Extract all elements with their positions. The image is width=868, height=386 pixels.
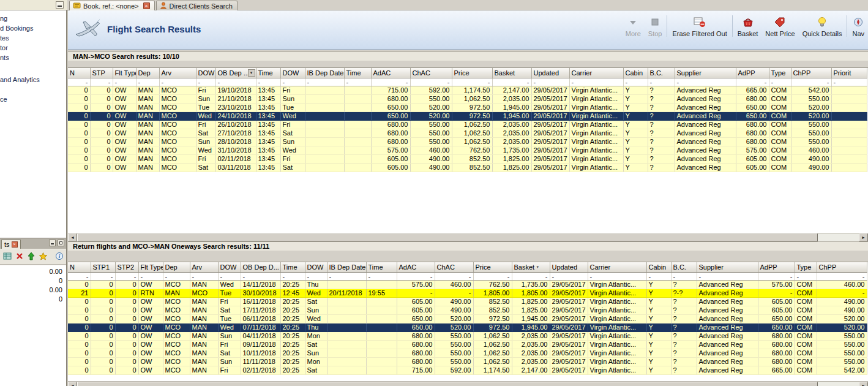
filter-cell[interactable]: - — [588, 272, 646, 280]
column-header-b-c[interactable]: B.C. — [671, 262, 697, 272]
column-header-dow[interactable]: DOW — [305, 262, 327, 272]
column-header-n[interactable]: N — [68, 68, 90, 78]
filter-cell[interactable]: - — [241, 272, 280, 280]
filter-cell[interactable]: - — [305, 272, 327, 280]
column-header-ib-dep-date[interactable]: IB Dep Date — [327, 262, 366, 272]
column-header-dow[interactable]: DOW — [280, 68, 305, 78]
column-header-dep[interactable]: Dep — [163, 262, 190, 272]
filter-cell[interactable]: - — [452, 78, 492, 86]
scroll-left-button[interactable]: ◄ — [68, 382, 77, 386]
filter-cell[interactable]: - — [344, 78, 371, 86]
column-header-ob-dep-d[interactable]: OB Dep D... — [241, 262, 280, 272]
scrollbar-thumb[interactable] — [77, 382, 818, 386]
column-header-time[interactable]: Time — [280, 262, 305, 272]
filter-cell[interactable]: - — [90, 78, 113, 86]
column-header-cabin[interactable]: Cabin — [646, 262, 671, 272]
quick-details-button[interactable]: Quick Details — [799, 13, 846, 39]
column-header-basket[interactable]: Basket — [492, 68, 531, 78]
result-row[interactable]: 00OWMANMCOSun28/10/201813:45Sun680.00550… — [68, 137, 867, 146]
result-row[interactable]: 00OWMANMCOWed31/10/201813:45Wed575.00460… — [68, 146, 867, 154]
close-tab-icon[interactable]: × — [143, 2, 150, 9]
stop-button[interactable]: Stop — [645, 13, 666, 39]
filter-cell[interactable]: - — [831, 78, 867, 86]
result-row[interactable]: 2100RTNMANMCOTue30/10/201812:45Wed20/11/… — [68, 289, 867, 297]
filter-cell[interactable]: - — [91, 272, 115, 280]
column-header-price[interactable]: Price — [452, 68, 492, 78]
column-header-stp1[interactable]: STP1 — [91, 262, 115, 272]
result-row[interactable]: 000OWMCOMANTue06/11/201820:25Wed650.0052… — [68, 314, 867, 323]
column-header-chpp[interactable]: ChPP — [817, 262, 867, 272]
result-row[interactable]: 000OWMCOMANFri02/11/201820:25Sat715.0059… — [68, 366, 867, 374]
column-header-updated[interactable]: Updated — [531, 68, 569, 78]
filter-cell[interactable]: - — [697, 272, 758, 280]
filter-cell[interactable]: - — [115, 272, 138, 280]
result-row[interactable]: 00OWMANMCOFri02/11/201813:45Fri605.00490… — [68, 154, 867, 163]
column-header-stp[interactable]: STP — [90, 68, 113, 78]
result-row[interactable]: 000OWMCOMANSat17/11/201820:25Sun605.0049… — [68, 306, 867, 314]
bottom-left-tab[interactable]: ts × — [1, 240, 21, 249]
filter-cell[interactable]: - — [410, 78, 452, 86]
filter-cell[interactable]: - — [215, 78, 256, 86]
sidebar-item[interactable]: ce — [0, 96, 7, 103]
filter-cell[interactable]: - — [435, 272, 473, 280]
filter-cell[interactable]: - — [327, 272, 366, 280]
filter-cell[interactable]: - — [769, 78, 791, 86]
column-header-adac[interactable]: AdAC — [371, 68, 410, 78]
result-row[interactable]: 00OWMANMCOSat27/10/201813:45Sat680.00550… — [68, 129, 867, 137]
column-header-time[interactable]: Time — [366, 262, 397, 272]
nav-button[interactable]: Nav — [848, 13, 868, 39]
basket-button[interactable]: Basket — [734, 13, 762, 39]
result-row[interactable]: 000OWMCOMANSat10/11/201820:25Sun680.0055… — [68, 349, 867, 357]
column-header-supplier[interactable]: Supplier — [697, 262, 758, 272]
star-icon[interactable] — [39, 252, 47, 262]
filter-cell[interactable]: - — [623, 78, 648, 86]
column-header-b-c[interactable]: B.C. — [648, 68, 675, 78]
filter-cell[interactable]: - — [159, 78, 196, 86]
column-header-chpp[interactable]: ChPP — [791, 68, 831, 78]
filter-cell[interactable]: - — [569, 78, 623, 86]
column-header-chac[interactable]: ChAC — [435, 262, 473, 272]
sort-indicator-icon[interactable]: ▼ — [536, 265, 539, 269]
result-row[interactable]: 00OWMANMCOFri26/10/201813:45Fri680.00550… — [68, 120, 867, 129]
filter-cell[interactable]: - — [473, 272, 512, 280]
column-header-dow[interactable]: DOW — [218, 262, 241, 272]
filter-cell[interactable]: - — [646, 272, 671, 280]
scrollbar-track[interactable] — [818, 382, 859, 386]
scroll-right-button[interactable]: ► — [859, 233, 868, 241]
more-button[interactable]: More — [622, 13, 645, 39]
column-header-n[interactable]: N — [68, 262, 91, 272]
column-header-arv[interactable]: Arv — [190, 262, 218, 272]
column-header-supplier[interactable]: Supplier — [675, 68, 736, 78]
result-row[interactable]: 000OWMCOMANSun11/11/201820:25Mon680.0055… — [68, 357, 867, 366]
filter-cell[interactable]: - — [371, 78, 410, 86]
filter-cell[interactable]: - — [758, 272, 795, 280]
close-tab-icon[interactable]: × — [12, 241, 18, 248]
sidebar-item[interactable]: d Bookings — [0, 25, 33, 32]
column-header-carrier[interactable]: Carrier — [569, 68, 623, 78]
filter-cell[interactable]: - — [280, 272, 305, 280]
filter-cell[interactable]: - — [68, 272, 91, 280]
filter-cell[interactable]: - — [305, 78, 344, 86]
column-header-carrier[interactable]: Carrier — [588, 262, 646, 272]
result-row[interactable]: 00OWMANMCOSun21/10/201813:45Sun680.00550… — [68, 94, 867, 103]
erase-filtered-button[interactable]: Erase Filtered Out — [668, 13, 730, 39]
filter-cell[interactable]: - — [531, 78, 569, 86]
horizontal-scrollbar-2[interactable]: ◄ ► — [68, 381, 868, 386]
scrollbar-thumb[interactable] — [77, 233, 818, 241]
info-icon[interactable]: i — [56, 252, 63, 261]
column-header-flt-type[interactable]: Flt Type — [113, 68, 136, 78]
column-header-arv[interactable]: Arv — [159, 68, 196, 78]
filter-cell[interactable]: - — [397, 272, 435, 280]
filter-cell[interactable]: - — [648, 78, 675, 86]
column-header-cabin[interactable]: Cabin — [623, 68, 648, 78]
filter-cell[interactable]: - — [196, 78, 215, 86]
result-row[interactable]: 000OWMCOMANFri16/11/201820:25Sat605.0049… — [68, 297, 867, 306]
sidebar-item[interactable]: tor — [0, 44, 8, 51]
filter-cell[interactable]: - — [512, 272, 550, 280]
filter-cell[interactable]: - — [68, 78, 90, 86]
filter-cell[interactable]: - — [675, 78, 736, 86]
filter-cell[interactable]: - — [113, 78, 136, 86]
column-header-dep[interactable]: Dep — [136, 68, 159, 78]
column-header-flt-type[interactable]: Flt Type — [138, 262, 163, 272]
sidebar-item[interactable]: tes — [0, 34, 9, 42]
